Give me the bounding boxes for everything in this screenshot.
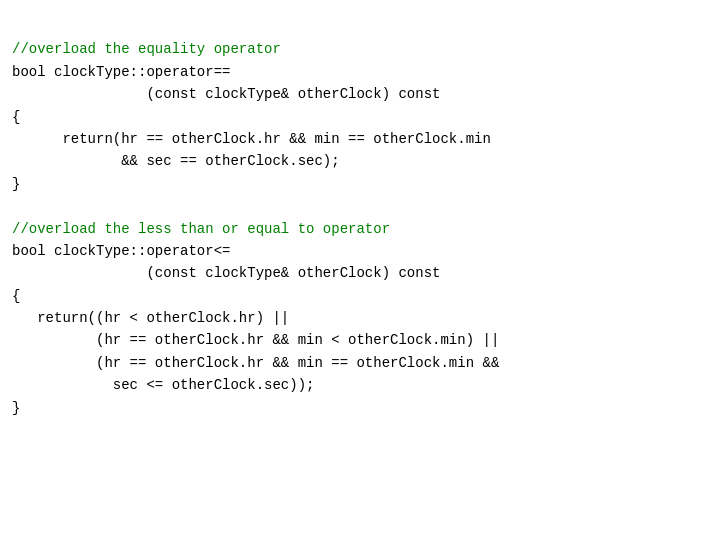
code-line: bool clockType::operator<=	[12, 240, 708, 262]
code-line: (const clockType& otherClock) const	[12, 262, 708, 284]
code-line: {	[12, 106, 708, 128]
code-line: (hr == otherClock.hr && min == otherCloc…	[12, 352, 708, 374]
code-line	[12, 195, 708, 217]
code-line: {	[12, 285, 708, 307]
code-line: (const clockType& otherClock) const	[12, 83, 708, 105]
code-line: //overload the equality operator	[12, 38, 708, 60]
code-line: }	[12, 397, 708, 419]
code-line: return((hr < otherClock.hr) ||	[12, 307, 708, 329]
code-line: bool clockType::operator==	[12, 61, 708, 83]
code-line: && sec == otherClock.sec);	[12, 150, 708, 172]
code-container: //overload the equality operatorbool clo…	[0, 0, 720, 435]
code-line: (hr == otherClock.hr && min < otherClock…	[12, 329, 708, 351]
code-line: sec <= otherClock.sec));	[12, 374, 708, 396]
code-line: //overload the less than or equal to ope…	[12, 218, 708, 240]
code-line: return(hr == otherClock.hr && min == oth…	[12, 128, 708, 150]
code-line: }	[12, 173, 708, 195]
